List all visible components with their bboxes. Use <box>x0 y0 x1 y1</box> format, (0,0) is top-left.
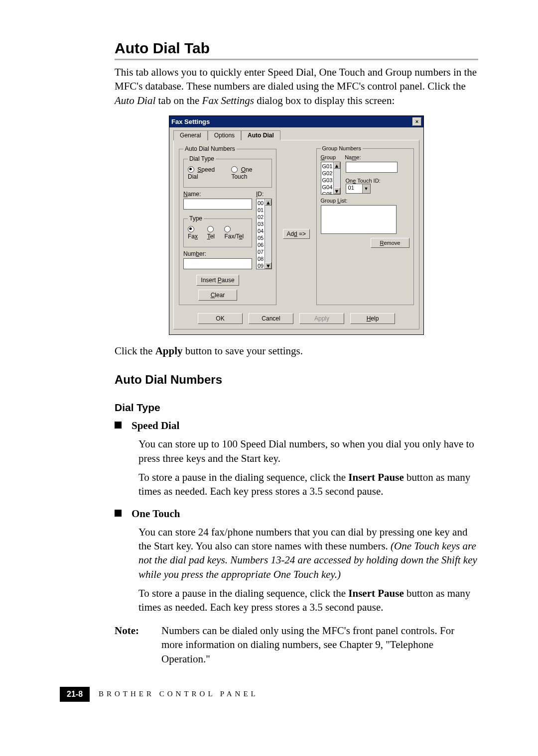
intro-text-1: This tab allows you to quickly enter Spe… <box>115 66 477 92</box>
number-label: Number: <box>183 250 252 257</box>
text: Click the <box>115 345 155 357</box>
radio-icon <box>231 166 238 173</box>
bullet-square-icon <box>115 422 122 429</box>
tab-autodial[interactable]: Auto Dial <box>241 130 280 140</box>
scroll-up-icon[interactable]: ▲ <box>334 162 340 169</box>
insert-pause-button[interactable]: Insert Pause <box>196 275 239 286</box>
name-input[interactable] <box>183 199 252 210</box>
ok-button[interactable]: OK <box>198 313 243 324</box>
group-label: Group <box>321 154 336 160</box>
dial-type-group: Dial Type Speed Dial One Touch <box>183 155 272 188</box>
intro-emph-faxsettings: Fax Settings <box>202 95 254 107</box>
one-touch-p1: You can store 24 fax/phone numbers that … <box>138 525 478 581</box>
radio-fax[interactable]: Fax <box>188 226 203 240</box>
radio-one-touch[interactable]: One Touch <box>231 166 268 180</box>
remove-button[interactable]: Remove <box>371 238 409 248</box>
scrollbar[interactable]: ▲ ▼ <box>333 162 340 194</box>
group-numbers-legend: Group Numbers <box>321 145 363 151</box>
close-icon[interactable]: × <box>412 117 421 126</box>
group-numbers-group: Group Numbers Group Name: G01 G02 G03 <box>316 145 414 305</box>
clear-button[interactable]: Clear <box>198 290 237 301</box>
add-button[interactable]: Add => <box>283 229 310 239</box>
dial-type-legend: Dial Type <box>188 155 216 162</box>
radio-icon <box>224 226 231 232</box>
intro-text-3: dialog box to display this screen: <box>257 95 395 107</box>
dialog-title: Fax Settings <box>171 118 412 125</box>
tab-options[interactable]: Options <box>208 130 241 140</box>
note: Note: Numbers can be dialed only using t… <box>115 624 478 666</box>
radio-icon <box>188 226 194 232</box>
number-input[interactable] <box>183 258 252 269</box>
scroll-down-icon[interactable]: ▼ <box>265 262 271 269</box>
id-label: ID: <box>256 191 272 198</box>
id-listbox[interactable]: 00 01 02 03 04 05 06 07 08 <box>256 199 272 269</box>
scroll-down-icon[interactable]: ▼ <box>334 188 340 194</box>
intro-emph-autodial: Auto Dial <box>115 95 155 107</box>
apply-instruction: Click the Apply button to save your sett… <box>115 344 478 358</box>
one-touch-p2: To store a pause in the dialing sequence… <box>138 586 478 615</box>
scroll-up-icon[interactable]: ▲ <box>265 199 271 206</box>
text: button to save your settings. <box>185 345 303 357</box>
group-name-label: Name: <box>345 154 361 160</box>
chevron-down-icon[interactable]: ▼ <box>362 184 370 193</box>
bullet-square-icon <box>115 510 122 517</box>
type-legend: Type <box>188 215 204 222</box>
dial-type-heading: Dial Type <box>115 402 478 414</box>
radio-tel[interactable]: Tel <box>207 226 221 240</box>
intro-paragraph: This tab allows you to quickly enter Spe… <box>115 65 478 108</box>
page-number-chip: 21-8 <box>60 687 90 702</box>
autodial-numbers-group: Auto Dial Numbers Dial Type Speed Dial <box>179 145 276 305</box>
tab-general[interactable]: General <box>173 130 208 140</box>
radio-speed-dial[interactable]: Speed Dial <box>188 166 224 180</box>
speed-dial-p2: To store a pause in the dialing sequence… <box>138 470 478 499</box>
group-list-box[interactable] <box>321 205 397 234</box>
autodial-numbers-legend: Auto Dial Numbers <box>183 145 237 152</box>
radio-icon <box>207 226 214 232</box>
one-touch-title: One Touch <box>132 508 180 520</box>
cancel-button[interactable]: Cancel <box>249 313 293 324</box>
group-listbox[interactable]: G01 G02 G03 G04 G05 ▲ ▼ <box>321 162 341 195</box>
speed-dial-p1: You can store up to 100 Speed Dial numbe… <box>138 437 478 465</box>
note-label: Note: <box>115 624 154 666</box>
scrollbar[interactable]: ▲ ▼ <box>265 199 271 269</box>
name-label: Name: <box>183 191 252 198</box>
dropdown-value: 01 <box>346 184 362 193</box>
footer-text: BROTHER CONTROL PANEL <box>99 690 259 698</box>
radio-icon <box>188 166 194 173</box>
type-group: Type Fax Tel Fax/Tel <box>183 215 252 247</box>
note-body: Numbers can be dialed only using the MFC… <box>161 624 478 666</box>
one-touch-id-dropdown[interactable]: 01 ▼ <box>346 184 371 194</box>
one-touch-id-label: One Touch ID: <box>346 178 409 184</box>
feature-one-touch: One Touch You can store 24 fax/phone num… <box>115 508 478 615</box>
page-title: Auto Dial Tab <box>115 40 478 57</box>
intro-text-2: tab on the <box>158 95 202 107</box>
dialog-titlebar: Fax Settings × <box>169 116 423 127</box>
auto-dial-numbers-heading: Auto Dial Numbers <box>115 373 478 387</box>
help-button[interactable]: Help <box>350 313 395 324</box>
apply-word: Apply <box>155 345 183 357</box>
feature-speed-dial: Speed Dial You can store up to 100 Speed… <box>115 420 478 498</box>
dialog-tabs: General Options Auto Dial <box>173 130 419 140</box>
fax-settings-dialog: Fax Settings × General Options Auto Dial… <box>169 115 424 335</box>
group-name-input[interactable] <box>346 162 398 173</box>
radio-faxtel[interactable]: Fax/Tel <box>224 226 248 240</box>
title-rule <box>115 59 478 60</box>
group-list-label: Group List: <box>321 198 409 204</box>
apply-button[interactable]: Apply <box>299 313 344 324</box>
speed-dial-title: Speed Dial <box>132 420 179 432</box>
